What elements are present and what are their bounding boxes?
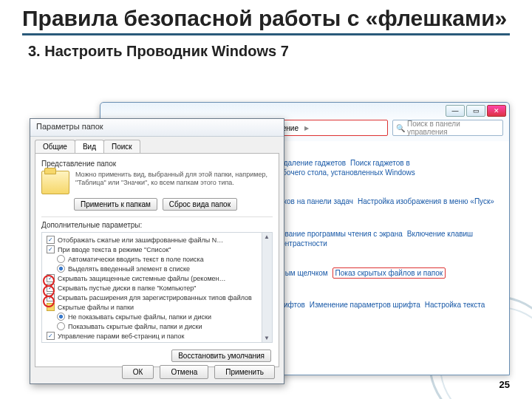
adv-setting-row[interactable]: Показывать скрытые файлы, папки и диски [44, 321, 270, 331]
adv-setting-row[interactable]: Автоматически вводить текст в поле поиск… [44, 254, 270, 264]
reset-folders-button[interactable]: Сброс вида папок [163, 198, 237, 211]
adv-setting-row[interactable]: Скрытые файлы и папки [44, 302, 270, 312]
cancel-button[interactable]: Отмена [160, 365, 208, 379]
adv-setting-row[interactable]: ✓При вводе текста в режиме "Список" [44, 245, 270, 254]
adv-setting-label: Автоматически вводить текст в поле поиск… [68, 256, 204, 263]
tab-Вид[interactable]: Вид [75, 140, 104, 153]
adv-setting-label: Управление парами веб-страниц и папок [58, 332, 184, 340]
adv-setting-label: Скрывать защищенные системные файлы (рек… [58, 275, 226, 282]
radio-icon[interactable] [57, 255, 65, 263]
adv-setting-label: Скрывать расширения для зарегистрированн… [58, 294, 252, 301]
apply-to-folders-button[interactable]: Применить к папкам [74, 198, 157, 211]
minimize-button[interactable]: — [446, 105, 465, 117]
checkbox-icon[interactable]: ✓ [47, 293, 55, 301]
folder-node-icon[interactable] [47, 303, 55, 311]
folder-icon [41, 171, 69, 194]
dialog-title: Параметры папок [30, 119, 284, 137]
category-link[interactable]: Изменение параметров шрифта [310, 301, 420, 309]
adv-setting-label: При вводе текста в режиме "Список" [58, 246, 171, 253]
radio-icon[interactable] [57, 265, 65, 273]
dialog-panel: Представление папок Можно применить вид,… [35, 153, 279, 367]
adv-setting-row[interactable]: Выделять введенный элемент в списке [44, 264, 270, 273]
adv-setting-row[interactable]: ✓Отображать сжатые или зашифрованные фай… [44, 235, 270, 245]
adv-setting-row[interactable]: ✓Скрывать пустые диски в папке "Компьюте… [44, 283, 270, 293]
group-title-view: Представление папок [41, 160, 273, 168]
restore-defaults-button[interactable]: Восстановить умолчания [171, 349, 271, 362]
slide-title: Правила безопасной работы с «флешками» [22, 6, 510, 35]
maximize-button[interactable]: ▭ [466, 105, 485, 117]
slide-subtitle: 3. Настроить Проводник Windows 7 [28, 43, 510, 60]
checkbox-icon[interactable]: ✓ [47, 274, 55, 282]
close-button[interactable]: ✕ [487, 105, 506, 117]
adv-setting-label: Не показывать скрытые файлы, папки и дис… [68, 313, 211, 321]
adv-setting-label: Скрытые файлы и папки [58, 304, 134, 311]
checkbox-icon[interactable]: ✓ [47, 245, 55, 253]
checkbox-icon[interactable]: ✓ [47, 332, 55, 340]
adv-setting-label: Выделять введенный элемент в списке [68, 265, 190, 273]
tab-Поиск[interactable]: Поиск [103, 140, 140, 153]
group-text: Можно применить вид, выбранный для этой … [75, 171, 273, 188]
search-placeholder: Поиск в панели управления [407, 120, 499, 136]
search-icon: 🔍 [396, 124, 405, 132]
adv-setting-label: Показывать скрытые файлы, папки и диски [68, 323, 202, 330]
adv-setting-row[interactable]: ✓Управление парами веб-страниц и папок [44, 331, 270, 341]
folder-options-dialog: Параметры папок ОбщиеВидПоиск Представле… [30, 118, 284, 384]
advanced-settings-list[interactable]: ✓Отображать сжатые или зашифрованные фай… [41, 232, 273, 343]
adv-setting-label: Отображать сжатые или зашифрованные файл… [58, 236, 223, 244]
adv-setting-label: Скрывать пустые диски в папке "Компьютер… [58, 284, 196, 292]
adv-setting-row[interactable]: ✓Скрывать защищенные системные файлы (ре… [44, 273, 270, 283]
category-link[interactable]: Настройка изображения в меню «Пуск» [358, 197, 494, 205]
apply-button[interactable]: Применить [214, 365, 275, 379]
radio-icon[interactable] [57, 313, 65, 321]
category-link[interactable]: Удаление гаджетов [279, 159, 346, 167]
dialog-tabs: ОбщиеВидПоиск [30, 137, 284, 153]
checkbox-icon[interactable]: ✓ [47, 236, 55, 244]
group-title-advanced: Дополнительные параметры: [41, 221, 273, 229]
radio-icon[interactable] [57, 322, 65, 330]
checkbox-icon[interactable]: ✓ [47, 284, 55, 292]
adv-setting-row[interactable]: ✓Скрывать расширения для зарегистрирован… [44, 293, 270, 302]
page-number: 25 [499, 379, 510, 390]
tab-Общие[interactable]: Общие [35, 140, 75, 153]
search-input[interactable]: 🔍 Поиск в панели управления [392, 120, 503, 136]
category-link[interactable]: Показ скрытых файлов и папок [332, 267, 446, 279]
adv-setting-row[interactable]: Не показывать скрытые файлы, папки и дис… [44, 312, 270, 321]
scrollbar[interactable] [262, 233, 272, 342]
chevron-right-icon: ▶ [304, 125, 309, 132]
ok-button[interactable]: ОК [122, 365, 154, 379]
